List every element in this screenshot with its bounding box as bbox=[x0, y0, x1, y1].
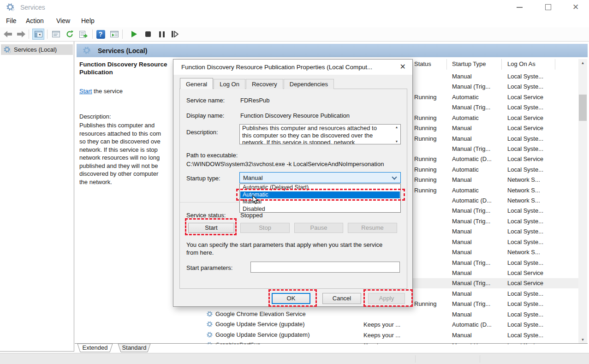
chevron-down-icon bbox=[392, 174, 397, 179]
service-startup-cell: Manual (Trig... bbox=[452, 104, 500, 111]
description-textbox[interactable]: Publishes this computer and resources at… bbox=[239, 124, 401, 144]
service-logon-cell: Local Syste... bbox=[507, 207, 553, 214]
service-row[interactable]: Google Update Service (gupdatem)Keeps yo… bbox=[203, 330, 578, 340]
desc-scroll-down-icon[interactable]: ▼ bbox=[394, 140, 399, 143]
service-startup-cell: Automatic bbox=[452, 114, 500, 121]
service-logon-cell: Network S... bbox=[507, 176, 553, 183]
service-status-value: Stopped bbox=[240, 212, 262, 219]
service-startup-cell: Manual (Trig... bbox=[452, 280, 500, 286]
service-startup-cell: Manual bbox=[452, 228, 500, 235]
service-status-cell: Running bbox=[414, 94, 446, 101]
start-parameters-label: Start parameters: bbox=[186, 264, 232, 271]
status-bar bbox=[0, 353, 589, 364]
start-service-icon[interactable] bbox=[128, 29, 140, 40]
scroll-up-icon[interactable]: ▲ bbox=[578, 59, 587, 67]
path-label: Path to executable: bbox=[186, 152, 238, 159]
help-icon[interactable]: ? bbox=[95, 29, 107, 40]
service-logon-cell: Local Syste... bbox=[507, 290, 553, 297]
start-service-link[interactable]: Start bbox=[79, 88, 92, 95]
stop-service-button[interactable]: Stop bbox=[240, 223, 290, 233]
dialog-tab-dependencies[interactable]: Dependencies bbox=[284, 79, 334, 89]
restart-service-icon[interactable] bbox=[169, 29, 181, 40]
menu-action[interactable]: Action bbox=[26, 17, 44, 24]
description-line: network. If this service is stop bbox=[79, 146, 161, 154]
resume-service-button[interactable]: Resume bbox=[348, 223, 397, 233]
pause-service-button[interactable]: Pause bbox=[294, 223, 343, 233]
desc-scroll-up-icon[interactable]: ▲ bbox=[394, 125, 399, 129]
minimize-button[interactable] bbox=[517, 7, 523, 8]
cancel-button[interactable]: Cancel bbox=[322, 293, 361, 304]
service-logon-cell: Local Service bbox=[507, 94, 553, 101]
service-logon-cell: Local Syste... bbox=[507, 321, 553, 328]
service-status-cell: Running bbox=[414, 187, 446, 194]
console-tree-pane: Services (Local) bbox=[0, 42, 74, 352]
description-label: Description: bbox=[79, 113, 111, 120]
service-startup-cell: Manual (Trig... bbox=[452, 207, 500, 214]
service-logon-cell: Local Service bbox=[507, 280, 553, 286]
service-status-cell: Running bbox=[414, 114, 446, 121]
dialog-tab-general[interactable]: General bbox=[180, 78, 213, 89]
vertical-scrollbar[interactable]: ▲ ▼ bbox=[578, 59, 587, 344]
selected-service-title-line2: Publication bbox=[79, 68, 173, 76]
export-list-icon[interactable] bbox=[77, 29, 89, 40]
menu-bar: File Action View Help bbox=[0, 15, 589, 27]
service-status-cell: Running bbox=[414, 135, 446, 142]
highlight-apply-button bbox=[363, 289, 413, 307]
service-row[interactable]: Google Chrome Elevation ServiceManualLoc… bbox=[203, 310, 578, 320]
scroll-down-icon[interactable]: ▼ bbox=[578, 336, 587, 344]
service-gear-icon bbox=[207, 311, 213, 317]
tab-standard[interactable]: Standard bbox=[116, 344, 153, 352]
tab-extended[interactable]: Extended bbox=[75, 344, 115, 352]
startup-type-combobox[interactable]: Manual bbox=[239, 172, 401, 183]
tree-item-services-local[interactable]: Services (Local) bbox=[1, 44, 73, 55]
column-log-on-as[interactable]: Log On As bbox=[507, 60, 535, 67]
column-startup-type[interactable]: Startup Type bbox=[452, 60, 486, 67]
service-name: Google Update Service (gupdate) bbox=[215, 321, 305, 328]
menu-file[interactable]: File bbox=[6, 17, 17, 24]
service-row[interactable]: Google Update Service (gupdate)Keeps you… bbox=[203, 320, 578, 330]
menu-help[interactable]: Help bbox=[81, 17, 95, 24]
menu-view[interactable]: View bbox=[56, 17, 70, 24]
service-startup-cell: Manual bbox=[452, 269, 500, 276]
dialog-close-icon[interactable]: ✕ bbox=[400, 62, 406, 71]
description-line: resources attached to this com bbox=[79, 130, 161, 138]
service-logon-cell: Local Syste... bbox=[507, 73, 553, 80]
start-parameters-input[interactable] bbox=[250, 262, 400, 273]
properties-dialog: Function Discovery Resource Publication … bbox=[173, 59, 413, 307]
description-line: discovered by other computer bbox=[79, 170, 161, 178]
service-startup-cell: Manual (Trig... bbox=[452, 145, 500, 152]
service-logon-cell: Network S... bbox=[507, 249, 553, 256]
show-service-window-icon[interactable] bbox=[108, 29, 120, 40]
dropdown-option-disabled[interactable]: Disabled bbox=[240, 206, 400, 213]
service-description-cell: Keeps your ... bbox=[363, 321, 412, 328]
scrollbar-thumb[interactable] bbox=[579, 95, 587, 121]
back-icon[interactable] bbox=[2, 29, 14, 40]
service-logon-cell: Local Syste... bbox=[507, 218, 553, 225]
close-button[interactable]: ✕ bbox=[572, 2, 579, 12]
dialog-tab-recovery[interactable]: Recovery bbox=[246, 79, 283, 89]
pause-service-icon[interactable] bbox=[156, 29, 168, 40]
refresh-icon[interactable] bbox=[64, 29, 76, 40]
highlight-ok-button bbox=[268, 289, 317, 307]
tab-standard-label: Standard bbox=[122, 344, 147, 351]
dialog-description-label: Description: bbox=[186, 129, 218, 136]
service-name-label: Service name: bbox=[186, 97, 225, 104]
service-startup-cell: Manual (Trig... bbox=[452, 259, 500, 266]
service-description-panel: Function Discovery Resource Publication … bbox=[79, 60, 173, 337]
display-name-value: Function Discovery Resource Publication bbox=[240, 112, 350, 119]
dialog-tab-log-on[interactable]: Log On bbox=[214, 79, 245, 89]
properties-icon[interactable] bbox=[50, 29, 62, 40]
maximize-button[interactable] bbox=[545, 4, 551, 10]
column-status[interactable]: Status bbox=[414, 60, 431, 67]
forward-icon[interactable] bbox=[15, 29, 27, 40]
highlight-start-button bbox=[185, 218, 237, 235]
service-status-cell: Running bbox=[414, 155, 446, 162]
stop-service-icon[interactable] bbox=[142, 29, 154, 40]
tree-item-label: Services (Local) bbox=[14, 46, 57, 53]
service-logon-cell: Local Service bbox=[507, 125, 553, 131]
service-startup-cell: Automatic bbox=[452, 166, 500, 173]
service-startup-cell: Manual (Trig... bbox=[452, 83, 500, 90]
service-description-cell: Keeps your ... bbox=[363, 332, 412, 339]
show-console-tree-icon[interactable] bbox=[32, 29, 44, 40]
service-logon-cell: Local Service bbox=[507, 269, 553, 276]
